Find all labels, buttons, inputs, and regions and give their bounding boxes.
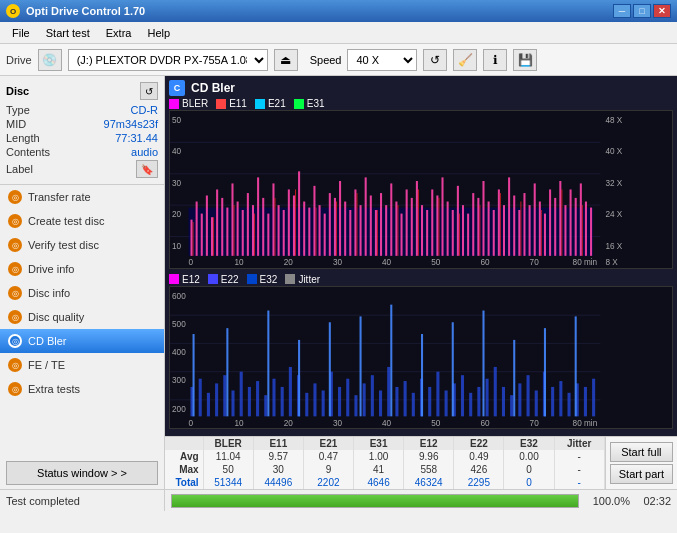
svg-rect-81: [472, 193, 474, 256]
svg-rect-28: [201, 214, 203, 256]
create-test-disc-icon: ◎: [8, 214, 22, 228]
progress-area: 100.0% 02:32: [165, 494, 677, 508]
create-test-disc-label: Create test disc: [28, 215, 104, 227]
stats-header-e21: E21: [304, 437, 354, 450]
svg-rect-153: [264, 395, 267, 416]
svg-rect-147: [215, 383, 218, 416]
svg-rect-34: [231, 183, 233, 255]
disc-length-value: 77:31.44: [115, 132, 158, 144]
minimize-button[interactable]: ─: [613, 4, 631, 18]
svg-rect-72: [426, 210, 428, 256]
svg-rect-47: [298, 171, 300, 255]
legend-e12-color: [169, 274, 179, 284]
start-part-button[interactable]: Start part: [610, 464, 673, 484]
sidebar-item-disc-info[interactable]: ◎ Disc info: [0, 281, 164, 305]
svg-rect-76: [447, 202, 449, 256]
svg-rect-44: [283, 210, 285, 256]
svg-rect-194: [193, 334, 195, 416]
sidebar-item-create-test-disc[interactable]: ◎ Create test disc: [0, 209, 164, 233]
svg-rect-192: [584, 387, 587, 416]
svg-rect-45: [288, 189, 290, 255]
svg-rect-111: [315, 208, 316, 256]
svg-rect-177: [461, 375, 464, 416]
svg-rect-120: [500, 193, 501, 256]
sidebar-item-transfer-rate[interactable]: ◎ Transfer rate: [0, 185, 164, 209]
svg-rect-145: [199, 379, 202, 417]
stats-header-bler: BLER: [204, 437, 254, 450]
drive-icon: 💿: [38, 49, 62, 71]
svg-rect-188: [551, 387, 554, 416]
drive-select[interactable]: (J:) PLEXTOR DVDR PX-755A 1.08: [68, 49, 268, 71]
menu-file[interactable]: File: [4, 25, 38, 41]
svg-text:500: 500: [172, 318, 186, 329]
menu-help[interactable]: Help: [139, 25, 178, 41]
svg-rect-77: [452, 210, 454, 256]
legend-e31-color: [294, 99, 304, 109]
sidebar-item-disc-quality[interactable]: ◎ Disc quality: [0, 305, 164, 329]
verify-test-disc-label: Verify test disc: [28, 239, 99, 251]
title-bar: O Opti Drive Control 1.70 ─ □ ✕: [0, 0, 677, 22]
svg-rect-171: [412, 393, 415, 417]
disc-length-row: Length 77:31.44: [6, 132, 158, 144]
svg-rect-53: [329, 193, 331, 256]
sidebar-item-cd-bler[interactable]: ◎ CD Bler: [0, 329, 164, 353]
sidebar-item-verify-test-disc[interactable]: ◎ Verify test disc: [0, 233, 164, 257]
drive-label: Drive: [6, 54, 32, 66]
svg-rect-167: [379, 390, 382, 416]
menu-extra[interactable]: Extra: [98, 25, 140, 41]
progress-bar-fill: [172, 495, 578, 507]
svg-rect-148: [223, 375, 226, 416]
svg-rect-91: [523, 193, 525, 256]
svg-rect-152: [256, 381, 259, 416]
sidebar-item-fe-te[interactable]: ◎ FE / TE: [0, 353, 164, 377]
svg-rect-94: [539, 202, 541, 256]
close-button[interactable]: ✕: [653, 4, 671, 18]
legend-e21-color: [255, 99, 265, 109]
legend-e12: E12: [169, 274, 200, 285]
info-button[interactable]: ℹ: [483, 49, 507, 71]
fe-te-icon: ◎: [8, 358, 22, 372]
svg-rect-69: [411, 198, 413, 256]
extra-tests-label: Extra tests: [28, 383, 80, 395]
svg-rect-38: [252, 205, 254, 256]
menu-start-test[interactable]: Start test: [38, 25, 98, 41]
drive-info-label: Drive info: [28, 263, 74, 275]
disc-refresh-button[interactable]: ↺: [140, 82, 158, 100]
status-bar: Test completed 100.0% 02:32: [0, 489, 677, 511]
svg-rect-166: [371, 375, 374, 416]
stats-avg-jitter: -: [555, 450, 605, 463]
svg-rect-67: [401, 214, 403, 256]
disc-contents-label: Contents: [6, 146, 50, 158]
stats-empty-header: [165, 437, 204, 450]
svg-text:30: 30: [333, 417, 342, 428]
svg-text:10: 10: [235, 417, 244, 428]
speed-select[interactable]: 40 X: [347, 49, 417, 71]
sidebar-item-extra-tests[interactable]: ◎ Extra tests: [0, 377, 164, 401]
maximize-button[interactable]: □: [633, 4, 651, 18]
disc-length-label: Length: [6, 132, 40, 144]
svg-text:40: 40: [382, 417, 391, 428]
top-chart-svg: 50 40 30 20 10 48 X 40 X 32 X 24 X 16 X …: [170, 111, 672, 268]
svg-text:40 X: 40 X: [605, 146, 622, 157]
svg-text:40: 40: [172, 146, 181, 157]
svg-rect-48: [303, 202, 305, 256]
stats-header-e11: E11: [254, 437, 304, 450]
start-full-button[interactable]: Start full: [610, 442, 673, 462]
disc-label-button[interactable]: 🔖: [136, 160, 158, 178]
svg-rect-198: [329, 322, 331, 416]
clear-button[interactable]: 🧹: [453, 49, 477, 71]
sidebar-item-drive-info[interactable]: ◎ Drive info: [0, 257, 164, 281]
svg-rect-30: [211, 217, 213, 256]
svg-rect-113: [356, 193, 357, 256]
refresh-speed-button[interactable]: ↺: [423, 49, 447, 71]
save-button[interactable]: 💾: [513, 49, 537, 71]
svg-rect-43: [278, 205, 280, 256]
svg-rect-205: [544, 328, 546, 416]
svg-rect-85: [493, 210, 495, 256]
extra-tests-icon: ◎: [8, 382, 22, 396]
eject-button[interactable]: ⏏: [274, 49, 298, 71]
svg-rect-155: [281, 387, 284, 416]
svg-rect-41: [267, 214, 269, 256]
svg-rect-93: [534, 183, 536, 255]
status-window-button[interactable]: Status window > >: [6, 461, 158, 485]
